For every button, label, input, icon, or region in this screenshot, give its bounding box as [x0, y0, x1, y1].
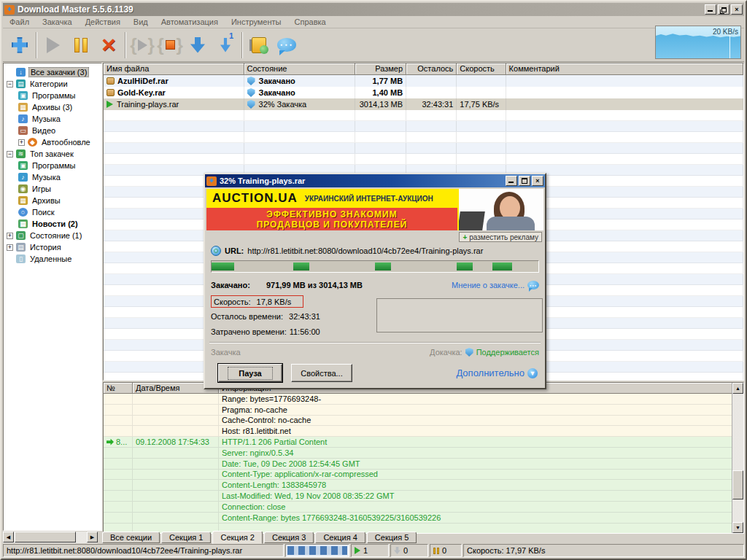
pause-button[interactable]: Пауза	[218, 364, 282, 382]
sidebar-item-music[interactable]: ♪Музыка	[4, 113, 101, 125]
move-down-button[interactable]	[184, 31, 212, 60]
column-header-2[interactable]: Состояние	[244, 63, 355, 75]
sidebar-item-categories[interactable]: −▤Категории	[4, 78, 101, 90]
menu-item-Файл[interactable]: Файл	[3, 16, 36, 28]
url-value: http://r81.letitbit.net:8080/download10/…	[247, 246, 483, 255]
status-progress	[285, 544, 349, 557]
log-row[interactable]: Content-Length: 1383845978	[104, 480, 743, 491]
top-icon: ≋	[16, 149, 26, 158]
dialog-minimize-button[interactable]	[506, 176, 517, 186]
place-ad-button[interactable]: + разместить рекламу	[459, 232, 542, 242]
menu-item-Вид[interactable]: Вид	[127, 16, 155, 28]
sidebar-item-history[interactable]: +▤История	[4, 241, 101, 253]
tree-hscrollbar[interactable]: ◀ ▶	[3, 532, 98, 543]
stop-all-button[interactable]: {}	[156, 31, 184, 60]
dialog-maximize-button[interactable]	[519, 176, 530, 186]
toolbar-separator	[36, 32, 37, 58]
tab-секция-1[interactable]: Секция 1	[161, 532, 211, 543]
menu-item-Инструменты[interactable]: Инструменты	[225, 16, 288, 28]
log-row[interactable]: Last-Modified: Wed, 19 Nov 2008 08:35:22…	[104, 491, 743, 502]
tab-секция-4[interactable]: Секция 4	[315, 532, 365, 543]
table-row[interactable]: Gold-Key.rarЗакачано1,40 MB	[104, 87, 743, 98]
column-header-4[interactable]: Осталось	[406, 63, 457, 75]
sidebar-item-label: Состояние (1)	[28, 231, 83, 240]
log-row[interactable]: Pragma: no-cache	[104, 405, 743, 416]
column-header-5[interactable]: Скорость	[457, 63, 506, 75]
collapse-minus-icon[interactable]: −	[7, 151, 13, 158]
tab-все-секции[interactable]: Все секции	[102, 532, 160, 543]
menu-item-Действия[interactable]: Действия	[79, 16, 127, 28]
restore-button[interactable]	[718, 4, 729, 15]
download-one-button[interactable]: 1	[212, 31, 239, 60]
column-header-6[interactable]: Комментарий	[506, 63, 743, 75]
log-row[interactable]: Server: nginx/0.5.34	[104, 448, 743, 459]
ad-banner[interactable]: AUCTION.UA УКРАИНСКИЙ ИНТЕРНЕТ-АУКЦИОН Э…	[206, 189, 543, 230]
more-arrow-icon[interactable]: ▼	[527, 368, 538, 378]
scroll-left-icon[interactable]: ◀	[3, 532, 14, 542]
sidebar-item-top-programs[interactable]: ▣Программы	[4, 160, 101, 171]
dialog-close-button[interactable]: ×	[532, 176, 543, 186]
log-column-header-1[interactable]: №	[104, 383, 133, 394]
table-row[interactable]: Training-plays.rar32% Закачка3014,13 MB3…	[104, 98, 743, 110]
expand-plus-icon[interactable]: +	[18, 139, 25, 146]
sidebar-item-top-archives[interactable]: ▦Архивы	[4, 195, 101, 206]
opinion-link[interactable]: Мнение о закачке...	[452, 281, 525, 289]
sidebar-item-top-music[interactable]: ♪Музыка	[4, 171, 101, 183]
column-header-1[interactable]: Имя файла	[104, 63, 244, 75]
sidebar-item-downloads[interactable]: ↓Все закачки (3)	[4, 66, 101, 78]
minimize-button[interactable]	[705, 4, 716, 15]
log-row[interactable]: Host: r81.letitbit.net	[104, 426, 743, 437]
start-all-button[interactable]: {}	[128, 31, 156, 60]
video-icon: ▭	[18, 126, 28, 135]
sidebar-item-news[interactable]: ▤Новости (2)	[4, 218, 101, 230]
empty-row	[104, 110, 743, 121]
more-link[interactable]: Дополнительно	[456, 368, 525, 378]
menu-item-Закачка[interactable]: Закачка	[36, 16, 79, 28]
tab-секция-5[interactable]: Секция 5	[367, 532, 417, 543]
sidebar-item-top[interactable]: −≋Топ закачек	[4, 148, 101, 160]
site-manager-button[interactable]	[245, 31, 273, 60]
tab-секция-2[interactable]: Секция 2	[212, 531, 262, 544]
sidebar-item-autoupdate[interactable]: +◆Автообновле	[4, 136, 101, 148]
download-dialog: 32% Training-plays.rar × AUCTION.UA УКРА…	[204, 173, 546, 389]
log-row[interactable]: Range: bytes=1776693248-	[104, 394, 743, 405]
scroll-up-icon[interactable]: ▲	[732, 383, 743, 394]
section-label: Закачка	[211, 348, 241, 357]
menu-item-Справка[interactable]: Справка	[288, 16, 333, 28]
sidebar-item-video[interactable]: ▭Видео	[4, 125, 101, 136]
opinion-bubble-icon[interactable]	[527, 281, 539, 289]
resume-value: Поддерживается	[476, 348, 539, 357]
table-row[interactable]: AzulHiDef.rarЗакачано1,77 MB	[104, 75, 743, 87]
column-header-3[interactable]: Размер	[355, 63, 406, 75]
log-row[interactable]: Content-Range: bytes 1776693248-31605392…	[104, 513, 743, 524]
pause-download-button[interactable]	[67, 31, 95, 60]
add-download-button[interactable]	[6, 31, 34, 60]
app-icon	[4, 5, 15, 15]
log-row[interactable]: Date: Tue, 09 Dec 2008 12:54:45 GMT	[104, 459, 743, 470]
sidebar-item-top-games[interactable]: ◉Игры	[4, 183, 101, 195]
log-row[interactable]: Content-Type: application/x-rar-compress…	[104, 470, 743, 481]
properties-button[interactable]: Свойства...	[291, 364, 352, 382]
log-row[interactable]: 8...09.12.2008 17:54:33HTTP/1.1 206 Part…	[104, 437, 743, 448]
scroll-right-icon[interactable]: ▶	[87, 532, 98, 542]
close-button[interactable]: ×	[731, 4, 743, 15]
log-row[interactable]: Connection: close	[104, 502, 743, 513]
down-arrow-icon	[190, 37, 205, 53]
log-scrollbar[interactable]: ▲ ▼	[732, 383, 743, 533]
sidebar-item-search[interactable]: ○Поиск	[4, 206, 101, 218]
comments-button[interactable]	[273, 31, 301, 60]
expand-plus-icon[interactable]: +	[7, 233, 13, 239]
expand-plus-icon[interactable]: +	[7, 244, 13, 251]
scroll-thumb[interactable]	[732, 470, 743, 499]
delete-download-button[interactable]: ✕	[95, 31, 123, 60]
log-row[interactable]: Cache-Control: no-cache	[104, 416, 743, 427]
menu-item-Автоматизация[interactable]: Автоматизация	[155, 16, 225, 28]
collapse-minus-icon[interactable]: −	[7, 81, 13, 88]
sidebar-item-trash[interactable]: ▯Удаленные	[4, 253, 101, 265]
sidebar-item-archives[interactable]: ▦Архивы (3)	[4, 101, 101, 113]
tab-секция-3[interactable]: Секция 3	[264, 532, 314, 543]
hscroll-thumb[interactable]	[15, 532, 76, 542]
sidebar-item-state[interactable]: +▢Состояние (1)	[4, 230, 101, 241]
sidebar-item-programs[interactable]: ▣Программы	[4, 90, 101, 101]
start-download-button[interactable]	[39, 31, 67, 60]
